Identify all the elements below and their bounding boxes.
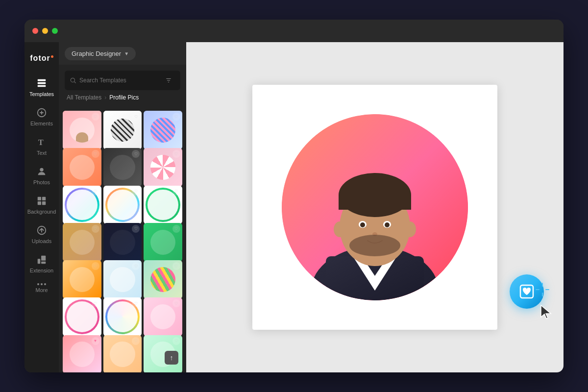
svg-rect-9 bbox=[42, 197, 46, 200]
breadcrumb-all-templates[interactable]: All Templates bbox=[67, 94, 101, 101]
template-item[interactable]: ♡ bbox=[144, 186, 182, 224]
template-item[interactable]: ♡ bbox=[144, 111, 182, 149]
svg-point-32 bbox=[360, 222, 365, 227]
graphic-designer-dropdown[interactable]: Graphic Designer ▼ bbox=[65, 47, 136, 60]
filter-button[interactable] bbox=[162, 74, 175, 87]
close-dot[interactable] bbox=[32, 28, 38, 34]
sidebar-item-templates[interactable]: Templates bbox=[27, 74, 56, 101]
template-item[interactable]: ♡ bbox=[63, 260, 101, 299]
heart-badge[interactable]: ♡ bbox=[172, 113, 180, 121]
svg-rect-8 bbox=[38, 197, 41, 200]
svg-rect-10 bbox=[38, 201, 41, 205]
sidebar-item-label-text: Text bbox=[37, 150, 47, 156]
heart-badge[interactable]: ♡ bbox=[92, 262, 99, 270]
svg-rect-2 bbox=[38, 85, 46, 87]
template-item[interactable]: ♡ bbox=[63, 223, 101, 262]
sidebar-item-photos[interactable]: Photos bbox=[27, 162, 56, 189]
heart-badge[interactable]: ♡ bbox=[92, 225, 99, 233]
template-item[interactable]: ♡ bbox=[63, 148, 101, 187]
sidebar-item-label-photos: Photos bbox=[33, 179, 50, 185]
titlebar bbox=[24, 20, 564, 42]
fotor-logo: fotor bbox=[30, 54, 53, 63]
sparkle-effect bbox=[535, 282, 550, 299]
svg-rect-11 bbox=[42, 201, 46, 205]
template-item[interactable]: ♡ bbox=[103, 223, 142, 262]
svg-line-17 bbox=[74, 82, 76, 83]
heart-badge[interactable]: ♡ bbox=[172, 225, 180, 233]
breadcrumb-separator: › bbox=[104, 94, 106, 101]
sidebar-item-elements[interactable]: Elements bbox=[27, 103, 56, 130]
heart-badge[interactable]: ♥ bbox=[92, 337, 99, 345]
heart-badge[interactable]: ♡ bbox=[92, 113, 99, 121]
template-item[interactable]: ♡ bbox=[144, 148, 182, 187]
sidebar-item-label-templates: Templates bbox=[29, 91, 54, 97]
dropdown-label: Graphic Designer bbox=[72, 50, 121, 57]
template-item[interactable]: ♡ bbox=[63, 186, 101, 224]
cursor-icon bbox=[540, 304, 554, 323]
template-item[interactable]: ♡ bbox=[144, 223, 182, 262]
search-input[interactable] bbox=[79, 77, 159, 84]
heart-badge[interactable]: ♡ bbox=[92, 188, 99, 196]
layers-icon bbox=[36, 77, 48, 89]
person-icon bbox=[36, 166, 48, 177]
template-item[interactable]: ♡ bbox=[103, 148, 142, 187]
svg-point-35 bbox=[349, 235, 400, 256]
content-area: fotor Templates bbox=[24, 42, 564, 372]
template-item[interactable]: ♥ bbox=[63, 335, 101, 372]
scroll-up-button[interactable]: ↑ bbox=[165, 351, 178, 365]
upload-icon bbox=[36, 224, 48, 236]
sidebar-item-uploads[interactable]: Uploads bbox=[27, 220, 56, 248]
app-window: fotor Templates bbox=[24, 20, 564, 372]
sidebar-item-label-elements: Elements bbox=[30, 121, 53, 126]
template-item[interactable]: ♡ bbox=[103, 335, 142, 372]
plus-circle-icon bbox=[36, 107, 48, 119]
template-item[interactable]: ♡ bbox=[103, 186, 142, 224]
heart-badge[interactable]: ♡ bbox=[172, 337, 180, 345]
background-icon bbox=[36, 195, 48, 207]
template-item[interactable]: ♡ bbox=[103, 111, 142, 149]
svg-point-7 bbox=[40, 168, 43, 172]
heart-badge[interactable]: ♡ bbox=[132, 188, 140, 196]
svg-point-36 bbox=[334, 221, 345, 237]
template-item[interactable]: ♡ bbox=[144, 260, 182, 299]
filter-icon bbox=[165, 77, 172, 84]
heart-badge[interactable]: ♡ bbox=[92, 299, 99, 307]
templates-grid: ♡ ♡ ♡ bbox=[59, 109, 186, 372]
breadcrumb-current: Profile Pics bbox=[109, 94, 139, 101]
minimize-dot[interactable] bbox=[42, 28, 48, 34]
search-icon bbox=[70, 77, 76, 84]
sidebar-item-label-more: More bbox=[35, 287, 48, 293]
breadcrumb: All Templates › Profile Pics bbox=[65, 94, 180, 105]
svg-rect-29 bbox=[339, 195, 411, 210]
panel-header: All Templates › Profile Pics bbox=[59, 65, 186, 109]
heart-badge[interactable]: ♡ bbox=[132, 337, 140, 345]
canvas-background[interactable] bbox=[252, 85, 497, 330]
template-item[interactable]: ♡ bbox=[144, 297, 182, 336]
sidebar-nav: fotor Templates bbox=[24, 42, 59, 372]
heart-badge[interactable]: ♡ bbox=[92, 150, 99, 158]
sidebar-item-text[interactable]: T Text bbox=[27, 132, 56, 160]
maximize-dot[interactable] bbox=[52, 28, 58, 34]
template-item[interactable]: ♡ bbox=[63, 111, 101, 149]
heart-badge[interactable]: ♡ bbox=[172, 262, 180, 270]
sidebar-item-label-extension: Extension bbox=[30, 268, 53, 273]
svg-rect-14 bbox=[41, 256, 46, 261]
svg-text:T: T bbox=[38, 138, 44, 147]
sidebar-item-more[interactable]: More bbox=[27, 279, 56, 297]
sidebar-item-extension[interactable]: Extension bbox=[27, 250, 56, 277]
templates-panel: Graphic Designer ▼ bbox=[59, 42, 186, 372]
dropdown-arrow-icon: ▼ bbox=[124, 51, 129, 56]
more-dots-icon bbox=[37, 283, 46, 285]
search-bar bbox=[65, 71, 180, 90]
sidebar-item-label-background: Background bbox=[27, 209, 56, 215]
sidebar-item-background[interactable]: Background bbox=[27, 191, 56, 219]
template-item[interactable]: ♡ bbox=[63, 297, 101, 336]
svg-point-37 bbox=[404, 221, 416, 237]
extension-icon bbox=[36, 254, 48, 266]
template-item[interactable]: ♡ bbox=[103, 260, 142, 299]
heart-badge[interactable]: ♡ bbox=[172, 188, 180, 196]
text-icon: T bbox=[36, 136, 48, 148]
canvas-area bbox=[186, 42, 564, 372]
template-item[interactable]: ♡ bbox=[103, 297, 142, 336]
sidebar-item-label-uploads: Uploads bbox=[32, 238, 51, 244]
